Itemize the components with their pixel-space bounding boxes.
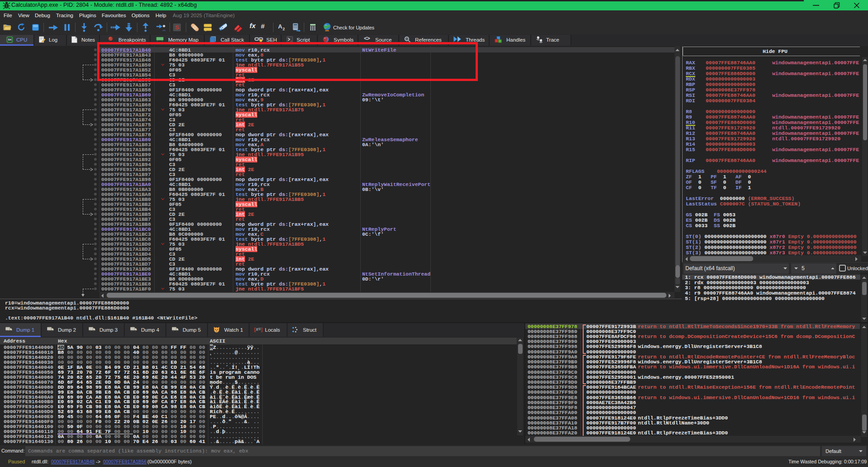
svg-text:S: S [175,24,179,31]
svg-text:64: 64 [8,38,12,41]
